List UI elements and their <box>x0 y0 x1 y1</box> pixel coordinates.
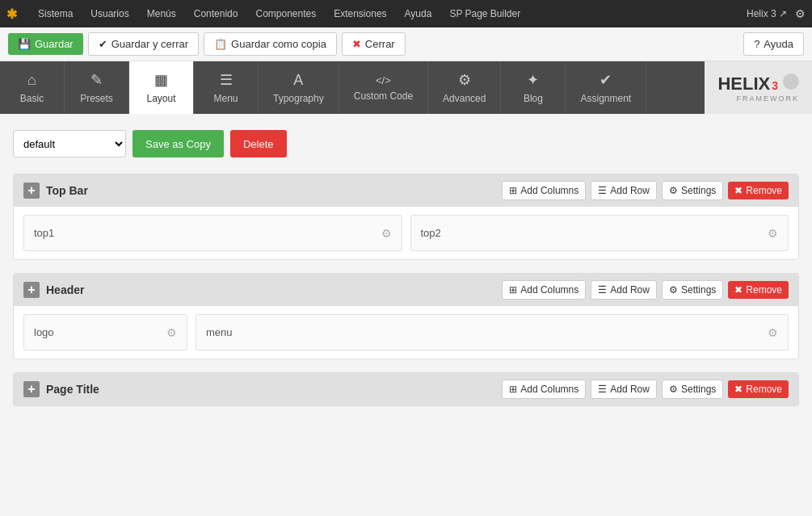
brand-icon: ✱ <box>6 6 17 22</box>
top-bar-section: + Top Bar ⊞ Add Columns ☰ Add Row ⚙ Sett… <box>13 174 799 260</box>
assignment-icon: ✔ <box>600 71 612 89</box>
typography-icon: A <box>293 72 303 89</box>
helix-link[interactable]: Helix 3 ↗ <box>747 8 787 19</box>
row-icon: ☰ <box>598 384 607 395</box>
check-icon: ✔ <box>99 38 107 50</box>
top-bar-add-row-button[interactable]: ☰ Add Row <box>591 181 657 200</box>
settings-icon: ⚙ <box>669 185 678 196</box>
toolbar: 💾 Guardar ✔ Guardar y cerrar 📋 Guardar c… <box>0 27 812 61</box>
nav-ayuda[interactable]: Ayuda <box>397 3 440 24</box>
top-bar-remove-button[interactable]: ✖ Remove <box>728 182 789 199</box>
remove-icon: ✖ <box>734 384 743 395</box>
settings-icon: ⚙ <box>669 384 678 395</box>
nav-componentes[interactable]: Componentes <box>247 3 324 24</box>
helix-logo-sub: FRAMEWORK <box>717 94 799 103</box>
helix-logo-circle <box>783 73 799 90</box>
tab-blog[interactable]: ✦ Blog <box>501 61 566 114</box>
page-title-section: + Page Title ⊞ Add Columns ☰ Add Row ⚙ S… <box>13 372 799 406</box>
save-button[interactable]: 💾 Guardar <box>8 33 83 55</box>
menu-settings-icon[interactable]: ⚙ <box>768 326 778 339</box>
pencil-icon: ✎ <box>90 71 103 89</box>
page-title-header: + Page Title ⊞ Add Columns ☰ Add Row ⚙ S… <box>14 373 798 405</box>
save-copy-button-toolbar[interactable]: 📋 Guardar como copia <box>204 32 337 56</box>
close-button[interactable]: ✖ Cerrar <box>342 32 406 56</box>
top-bar-expand-icon[interactable]: + <box>23 182 40 199</box>
remove-icon: ✖ <box>734 284 743 296</box>
helix-logo-text: HELIX <box>717 73 770 94</box>
delete-button[interactable]: Delete <box>230 130 287 157</box>
layout-icon: ▦ <box>154 71 168 89</box>
nav-items: Sistema Usuarios Menús Contenido Compone… <box>30 3 747 24</box>
tab-assignment[interactable]: ✔ Assignment <box>566 61 646 114</box>
header-actions: ⊞ Add Columns ☰ Add Row ⚙ Settings ✖ Rem… <box>502 280 789 300</box>
top-bar-settings-button[interactable]: ⚙ Settings <box>662 181 723 200</box>
tab-typography[interactable]: A Typography <box>259 61 339 114</box>
row-icon: ☰ <box>598 284 607 296</box>
page-title-settings-button[interactable]: ⚙ Settings <box>662 380 723 399</box>
top-bar-body: top1 ⚙ top2 ⚙ <box>14 207 798 259</box>
settings-icon: ⚙ <box>669 284 678 296</box>
tab-presets[interactable]: ✎ Presets <box>65 61 129 114</box>
logo-settings-icon[interactable]: ⚙ <box>166 326 177 339</box>
top-bar-col-top2: top2 ⚙ <box>410 215 789 251</box>
header-body: logo ⚙ menu ⚙ <box>14 306 798 359</box>
top1-settings-icon[interactable]: ⚙ <box>381 227 392 240</box>
row-icon: ☰ <box>598 185 607 196</box>
copy-icon: 📋 <box>214 38 227 50</box>
save-as-copy-button[interactable]: Save as Copy <box>133 130 224 157</box>
tab-advanced[interactable]: ⚙ Advanced <box>428 61 501 114</box>
header-section: + Header ⊞ Add Columns ☰ Add Row ⚙ Setti… <box>13 273 799 359</box>
top2-settings-icon[interactable]: ⚙ <box>768 227 778 240</box>
header-col-logo: logo ⚙ <box>23 314 187 350</box>
top-bar-header: + Top Bar ⊞ Add Columns ☰ Add Row ⚙ Sett… <box>14 174 798 207</box>
tab-custom-code[interactable]: </> Custom Code <box>339 61 428 114</box>
blog-icon: ✦ <box>527 71 539 89</box>
tab-basic[interactable]: ⌂ Basic <box>0 61 65 114</box>
page-title-expand-icon[interactable]: + <box>23 381 40 397</box>
columns-icon: ⊞ <box>509 185 517 196</box>
close-icon: ✖ <box>352 38 361 50</box>
tab-navigation: ⌂ Basic ✎ Presets ▦ Layout ☰ Menu A Typo… <box>0 61 812 114</box>
header-expand-icon[interactable]: + <box>23 282 40 298</box>
layout-selector[interactable]: default <box>13 130 126 157</box>
layout-selector-row: default Save as Copy Delete <box>13 130 799 157</box>
save-icon: 💾 <box>18 38 31 50</box>
nav-menus[interactable]: Menús <box>139 3 184 24</box>
page-title-add-row-button[interactable]: ☰ Add Row <box>591 380 657 399</box>
page-title-remove-button[interactable]: ✖ Remove <box>728 380 789 398</box>
page-title-actions: ⊞ Add Columns ☰ Add Row ⚙ Settings ✖ Rem… <box>502 380 789 399</box>
save-close-button[interactable]: ✔ Guardar y cerrar <box>88 32 199 56</box>
header-section-header: + Header ⊞ Add Columns ☰ Add Row ⚙ Setti… <box>14 274 798 306</box>
helix-logo-number: 3 <box>772 79 778 92</box>
top-navbar: ✱ Sistema Usuarios Menús Contenido Compo… <box>0 0 812 27</box>
nav-sp-page-builder[interactable]: SP Page Builder <box>441 3 528 24</box>
helix-framework-logo: HELIX 3 FRAMEWORK <box>705 61 812 114</box>
columns-icon: ⊞ <box>509 384 517 395</box>
nav-sistema[interactable]: Sistema <box>30 3 81 24</box>
header-add-columns-button[interactable]: ⊞ Add Columns <box>502 280 586 300</box>
menu-icon: ☰ <box>220 71 233 89</box>
nav-usuarios[interactable]: Usuarios <box>82 3 137 24</box>
header-add-row-button[interactable]: ☰ Add Row <box>591 280 657 300</box>
nav-extensiones[interactable]: Extensiones <box>326 3 394 24</box>
help-button[interactable]: ? Ayuda <box>743 32 804 56</box>
header-columns: logo ⚙ menu ⚙ <box>23 314 789 350</box>
nav-contenido[interactable]: Contenido <box>186 3 246 24</box>
tab-layout[interactable]: ▦ Layout <box>129 61 194 114</box>
advanced-icon: ⚙ <box>458 71 471 89</box>
home-icon: ⌂ <box>27 72 36 89</box>
help-icon: ? <box>754 38 759 50</box>
top-bar-col-top1: top1 ⚙ <box>23 215 402 251</box>
top-bar-actions: ⊞ Add Columns ☰ Add Row ⚙ Settings ✖ Rem… <box>502 181 789 200</box>
header-settings-button[interactable]: ⚙ Settings <box>662 280 723 300</box>
page-title-add-columns-button[interactable]: ⊞ Add Columns <box>502 380 586 399</box>
header-remove-button[interactable]: ✖ Remove <box>728 281 789 299</box>
top-bar-columns: top1 ⚙ top2 ⚙ <box>23 215 789 251</box>
tab-menu[interactable]: ☰ Menu <box>194 61 259 114</box>
navbar-right: Helix 3 ↗ ⚙ <box>747 7 806 20</box>
columns-icon: ⊞ <box>509 284 517 296</box>
remove-icon: ✖ <box>734 185 743 196</box>
header-col-menu: menu ⚙ <box>196 314 789 350</box>
top-bar-add-columns-button[interactable]: ⊞ Add Columns <box>502 181 586 200</box>
gear-icon[interactable]: ⚙ <box>795 7 806 20</box>
